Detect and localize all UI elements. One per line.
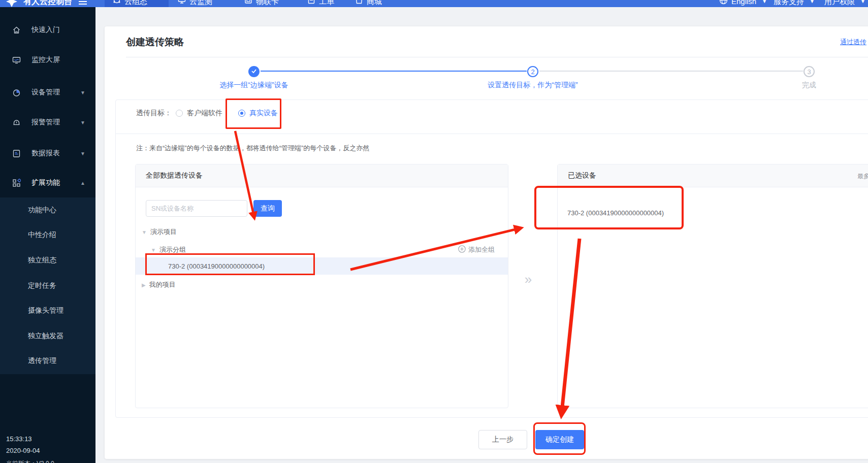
caret-right-icon: ▶ [142, 282, 146, 288]
page-title: 创建透传策略 [126, 36, 184, 49]
confirm-create-button[interactable]: 确定创建 [535, 430, 584, 449]
step-2-label: 设置透传目标，作为“管理端” [488, 81, 577, 90]
service-support-menu[interactable]: 服务支持 ▼ [774, 0, 815, 7]
caret-down-icon: ▼ [151, 247, 156, 253]
submenu-item-standalone-trigger[interactable]: 独立触发器 [0, 323, 95, 349]
step-3-circle: 3 [803, 66, 815, 77]
max-devices-hint-clipped: 最多 [857, 172, 868, 181]
tab-work-order[interactable]: 工单 [307, 0, 334, 7]
monitor-screen-icon [12, 56, 21, 64]
search-query-button[interactable]: 查询 [253, 200, 282, 217]
main-content-card: 创建透传策略 通过透传 2 3 选择一组“边缘端”设备 设置透传目标，作为“管理… [105, 26, 868, 459]
step-connector-pending [539, 71, 803, 72]
chevron-down-icon: ▼ [80, 151, 85, 156]
submenu-item-camera-management[interactable]: 摄像头管理 [0, 298, 95, 323]
tree-leaf-device-730-2[interactable]: 730-2 (00034190000000000004) [136, 257, 508, 275]
chevron-down-icon: ▼ [810, 0, 815, 7]
submenu-item-passthrough-management[interactable]: 透传管理 [0, 349, 95, 374]
device-pie-icon [12, 88, 21, 97]
step-connector-done [261, 71, 527, 72]
work-order-icon [307, 0, 315, 7]
sidebar: 快速入门 监控大屏 设备管理 ▼ 报警管理 ▼ 数据报表 ▼ 扩展功能 ▲ 功能… [0, 7, 95, 463]
sidebar-clock-date: 2020-09-04 [6, 447, 40, 454]
submenu-item-scheduled-tasks[interactable]: 定时任务 [0, 273, 95, 299]
sidebar-item-quick-start[interactable]: 快速入门 [0, 15, 95, 45]
wizard-form-box: 透传目标： 客户端软件 真实设备 注：来自“边缘端”的每个设备的数据，都将透传给… [115, 100, 868, 418]
device-search-input[interactable] [146, 200, 247, 217]
radio-off-icon [176, 110, 183, 117]
sidebar-item-device-management[interactable]: 设备管理 ▼ [0, 78, 95, 107]
step-1-label: 选择一组“边缘端”设备 [219, 81, 288, 90]
user-permissions-menu[interactable]: 用户权限 ▼ [824, 0, 865, 7]
circle-plus-icon [458, 245, 466, 254]
selected-device-entry[interactable]: 730-2 (00034190000000000004) [567, 209, 664, 217]
tab-cloud-monitor[interactable]: 云监测 [178, 0, 212, 7]
all-devices-panel-header: 全部数据透传设备 [136, 164, 508, 187]
sidebar-version-clipped: 当前版本：V3.0.0 [6, 459, 54, 463]
sidebar-item-monitor-screen[interactable]: 监控大屏 [0, 45, 95, 75]
radio-client-software[interactable]: 客户端软件 [176, 109, 222, 118]
target-label: 透传目标： [136, 109, 172, 118]
sidebar-item-extended-functions[interactable]: 扩展功能 ▲ [0, 168, 95, 197]
sidebar-clock-time: 15:33:13 [6, 435, 32, 443]
brand-logo-text: 有人云控制台 [23, 0, 72, 7]
cloud-scada-icon [113, 0, 121, 7]
grid-icon [12, 179, 21, 187]
caret-down-icon: ▼ [142, 229, 147, 235]
all-devices-panel-title: 全部数据透传设备 [146, 171, 203, 180]
selected-devices-panel: 已选设备 最多 730-2 (00034190000000000004) [557, 164, 868, 408]
home-icon [12, 26, 21, 35]
tab-cloud-scada[interactable]: 云组态 [113, 0, 147, 7]
add-whole-group-button[interactable]: 添加全组 [458, 242, 495, 257]
passthrough-note: 注：来自“边缘端”的每个设备的数据，都将透传给“管理端”的每个设备，反之亦然 [136, 144, 369, 153]
globe-icon [719, 0, 728, 7]
previous-step-button[interactable]: 上一步 [478, 430, 527, 449]
tree-node-demo-project[interactable]: ▼ 演示项目 [136, 224, 508, 240]
selected-devices-panel-title: 已选设备 [568, 171, 596, 180]
chevron-down-icon: ▼ [80, 120, 85, 125]
chevron-down-icon: ▼ [80, 90, 85, 95]
mall-icon [355, 0, 363, 7]
radio-real-device[interactable]: 真实设备 [238, 109, 278, 118]
report-icon [12, 149, 21, 158]
cloud-monitor-icon [178, 0, 186, 7]
alarm-bell-icon [12, 118, 21, 127]
tab-mall[interactable]: 商城 [355, 0, 382, 7]
brand-logo-icon [5, 0, 18, 7]
submenu-item-standalone-scada[interactable]: 独立组态 [0, 248, 95, 273]
hamburger-menu-icon[interactable] [78, 0, 87, 7]
check-icon [251, 68, 257, 76]
sidebar-item-alarm-management[interactable]: 报警管理 ▼ [0, 108, 95, 137]
step-3-label: 完成 [802, 81, 816, 90]
sidebar-item-data-report[interactable]: 数据报表 ▼ [0, 139, 95, 168]
step-1-circle [248, 66, 260, 77]
language-switcher[interactable]: English ▼ [719, 0, 767, 7]
chevron-down-icon: ▼ [762, 0, 767, 7]
title-divider [126, 57, 868, 57]
all-devices-panel: 全部数据透传设备 查询 ▼ 演示项目 ▼ 演示分组 添加全组 730-2 (00… [135, 164, 508, 408]
chevron-down-icon: ▼ [860, 0, 865, 7]
target-radio-row: 透传目标： 客户端软件 真实设备 [116, 100, 868, 134]
tab-iot-card[interactable]: 物联卡 [244, 0, 279, 7]
selected-devices-panel-header: 已选设备 最多 [558, 164, 868, 187]
extended-functions-submenu: 功能中心 中性介绍 独立组态 定时任务 摄像头管理 独立触发器 透传管理 [0, 197, 95, 374]
transfer-right-icon: » [520, 272, 537, 287]
top-navbar: 有人云控制台 云组态 云监测 物联卡 工单 商城 English ▼ 服务支持 … [0, 0, 868, 7]
chevron-up-icon: ▲ [80, 180, 85, 186]
submenu-item-neutral-intro[interactable]: 中性介绍 [0, 223, 95, 248]
step-2-circle: 2 [527, 66, 538, 77]
radio-on-icon [238, 110, 245, 117]
tree-node-my-project[interactable]: ▶ 我的项目 [136, 277, 508, 292]
submenu-item-function-center[interactable]: 功能中心 [0, 197, 95, 223]
iot-card-icon [244, 0, 252, 7]
passthrough-help-link[interactable]: 通过透传 [840, 38, 866, 47]
tree-node-demo-group[interactable]: ▼ 演示分组 [136, 242, 508, 257]
